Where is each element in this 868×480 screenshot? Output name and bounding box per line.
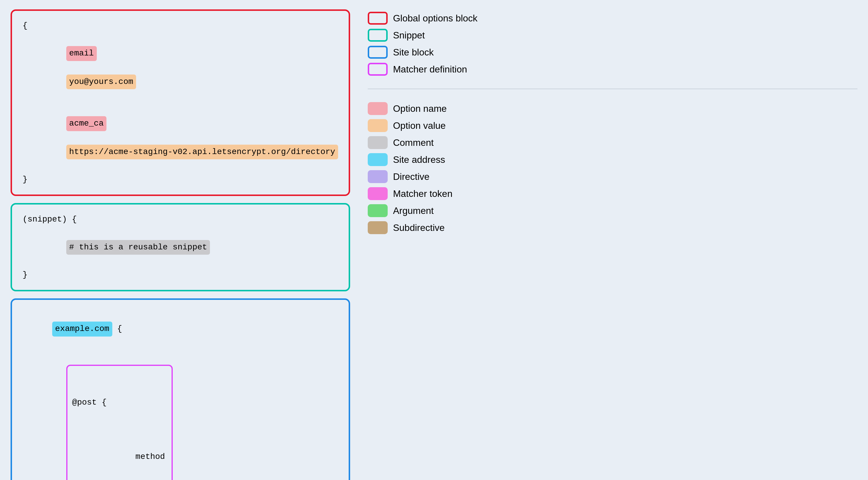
email-value: you@yours.com bbox=[66, 74, 136, 89]
option-name-swatch bbox=[368, 102, 388, 115]
comment-legend-label: Comment bbox=[393, 137, 434, 148]
comment-swatch bbox=[368, 136, 388, 149]
site-block-legend-box bbox=[368, 46, 388, 59]
subdirective-legend-label: Subdirective bbox=[393, 222, 444, 233]
option-value-swatch bbox=[368, 119, 388, 132]
acme-key: acme_ca bbox=[66, 116, 107, 131]
legend-global-options: Global options block bbox=[368, 12, 858, 25]
legend-matcher-def: Matcher definition bbox=[368, 63, 858, 76]
legend-divider bbox=[368, 89, 858, 89]
matcher-definition-box: @post { method POST } bbox=[66, 365, 173, 480]
matcher-content: method POST bbox=[86, 437, 165, 480]
argument-legend-label: Argument bbox=[393, 205, 434, 216]
snippet-comment-row: # this is a reusable snippet bbox=[37, 226, 338, 268]
token-legend-section: Option name Option value Comment Site ad… bbox=[368, 102, 858, 234]
global-options-legend-label: Global options block bbox=[393, 13, 477, 24]
site-block-1: example.com { @post { method POST } reve… bbox=[10, 298, 350, 480]
directive-legend-label: Directive bbox=[393, 171, 429, 182]
snippet-close: } bbox=[23, 268, 338, 282]
acme-value: https://acme-staging-v02.api.letsencrypt… bbox=[66, 145, 338, 159]
site-block-legend-label: Site block bbox=[393, 47, 434, 58]
global-close-brace: } bbox=[23, 173, 338, 186]
block-legend-section: Global options block Snippet Site block … bbox=[368, 12, 858, 76]
site-address-swatch bbox=[368, 153, 388, 166]
legend-subdirective: Subdirective bbox=[368, 221, 858, 234]
matcher-directive-label: method bbox=[135, 452, 165, 461]
site1-address-line: example.com { bbox=[23, 308, 338, 350]
global-options-row: email you@yours.com bbox=[37, 33, 338, 103]
legend-option-value: Option value bbox=[368, 119, 858, 132]
site1-address: example.com bbox=[52, 322, 112, 336]
legend-matcher-token: Matcher token bbox=[368, 187, 858, 200]
matcher-def-legend-label: Matcher definition bbox=[393, 64, 467, 75]
code-panel: { email you@yours.com acme_ca https://ac… bbox=[10, 9, 350, 480]
legend-argument: Argument bbox=[368, 204, 858, 217]
subdirective-swatch bbox=[368, 221, 388, 234]
global-options-block: { email you@yours.com acme_ca https://ac… bbox=[10, 9, 350, 196]
site1-open-brace: { bbox=[112, 324, 122, 333]
snippet-legend-box bbox=[368, 29, 388, 42]
argument-swatch bbox=[368, 204, 388, 217]
matcher-def-row: @post { method POST } bbox=[37, 350, 338, 480]
matcher-open: @post { bbox=[72, 396, 165, 409]
global-open-brace: { bbox=[23, 19, 338, 33]
legend-snippet: Snippet bbox=[368, 29, 858, 42]
acme-options-row: acme_ca https://acme-staging-v02.api.let… bbox=[37, 103, 338, 173]
global-options-legend-box bbox=[368, 12, 388, 25]
option-name-legend-label: Option name bbox=[393, 103, 446, 114]
legend-option-name: Option name bbox=[368, 102, 858, 115]
matcher-token-swatch bbox=[368, 187, 388, 200]
site-address-legend-label: Site address bbox=[393, 154, 445, 165]
legend-site-address: Site address bbox=[368, 153, 858, 166]
option-value-legend-label: Option value bbox=[393, 120, 446, 131]
directive-swatch bbox=[368, 170, 388, 183]
legend-directive: Directive bbox=[368, 170, 858, 183]
matcher-def-legend-box bbox=[368, 63, 388, 76]
legend-panel: Global options block Snippet Site block … bbox=[368, 9, 858, 480]
legend-comment: Comment bbox=[368, 136, 858, 149]
email-key: email bbox=[66, 46, 97, 61]
snippet-comment: # this is a reusable snippet bbox=[66, 240, 210, 255]
snippet-block: (snippet) { # this is a reusable snippet… bbox=[10, 203, 350, 291]
matcher-token-legend-label: Matcher token bbox=[393, 188, 453, 199]
snippet-legend-label: Snippet bbox=[393, 30, 425, 41]
legend-site-block: Site block bbox=[368, 46, 858, 59]
snippet-open: (snippet) { bbox=[23, 213, 338, 226]
